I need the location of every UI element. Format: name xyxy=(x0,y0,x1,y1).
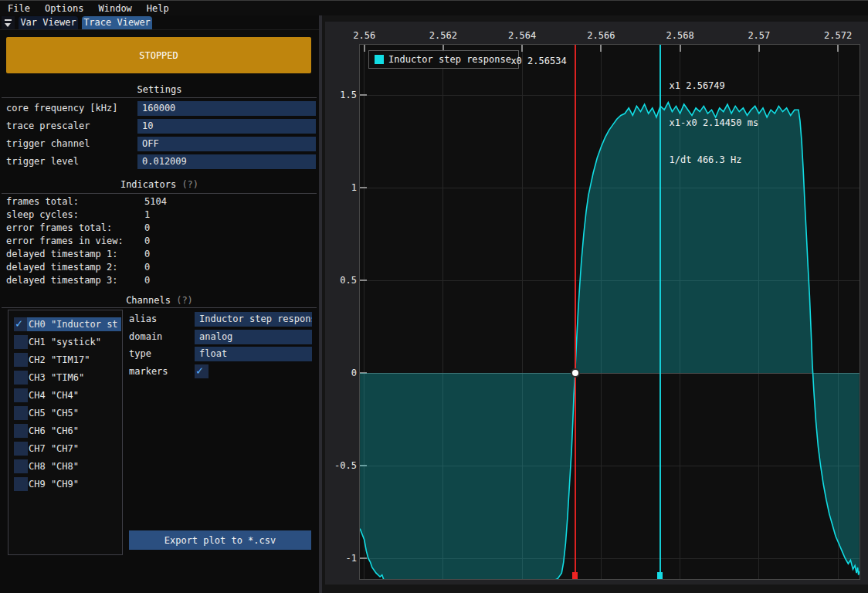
menu-bar: File Options Window Help xyxy=(0,0,868,15)
settings-header: Settings xyxy=(0,85,319,95)
indicator-value: 0 xyxy=(144,276,150,286)
marker-freq-label: 1/dt 466.3 Hz xyxy=(670,154,759,166)
setting-label-trace-prescaler: trace prescaler xyxy=(6,119,90,134)
marker-delta-label: x1-x0 2.14450 ms xyxy=(670,117,759,129)
domain-input[interactable]: analog xyxy=(195,330,312,344)
y-tick-label: 0 xyxy=(325,368,357,378)
plot-panel: 2.562.5622.5642.5662.5682.572.572 1.510.… xyxy=(322,15,868,593)
channel-row: CH1 "systick" xyxy=(8,335,122,349)
separator xyxy=(2,193,317,194)
marker-x1-labels: x1 2.56749 x1-x0 2.14450 ms 1/dt 466.3 H… xyxy=(670,55,759,191)
waveform xyxy=(360,45,860,579)
x-tick-label: 2.57 xyxy=(748,30,770,41)
trigger-level-input[interactable]: 0.012009 xyxy=(137,154,316,169)
marker-x1-line-handle[interactable] xyxy=(657,572,663,579)
setting-label-trigger-channel: trigger channel xyxy=(6,137,90,151)
indicator-label: delayed timestamp 2: xyxy=(6,263,118,273)
channel-label[interactable]: CH7 "CH7" xyxy=(29,442,121,456)
channel-checkbox[interactable] xyxy=(14,424,28,438)
channel-row: CH5 "CH5" xyxy=(8,406,122,420)
tab-var-viewer[interactable]: Var Viewer xyxy=(19,16,78,29)
channel-label[interactable]: CH5 "CH5" xyxy=(29,406,121,420)
menu-options[interactable]: Options xyxy=(45,3,84,14)
markers-checkbox[interactable] xyxy=(195,364,209,378)
channel-label[interactable]: CH8 "CH8" xyxy=(29,459,121,473)
channel-checkbox[interactable] xyxy=(14,477,28,491)
channel-checkbox[interactable] xyxy=(14,335,28,349)
channels-help-icon[interactable]: (?) xyxy=(176,295,193,306)
chevron-down-icon xyxy=(5,19,12,21)
channel-row: CH9 "CH9" xyxy=(8,477,122,491)
channel-label[interactable]: CH2 "TIM17" xyxy=(29,353,121,367)
menu-window[interactable]: Window xyxy=(98,3,131,14)
app-window: File Options Window Help Var Viewer Trac… xyxy=(0,0,868,593)
channel-label[interactable]: CH0 "Inductor st xyxy=(27,317,121,331)
channel-row: CH3 "TIM6" xyxy=(8,371,122,385)
indicators-help-icon[interactable]: (?) xyxy=(181,179,198,190)
domain-label: domain xyxy=(129,330,162,344)
menu-file[interactable]: File xyxy=(8,3,30,14)
channel-row: CH2 "TIM17" xyxy=(8,353,122,367)
x-tick-label: 2.564 xyxy=(508,30,536,41)
plot-area[interactable]: Inductor step response xyxy=(360,45,860,579)
indicator-label: frames total: xyxy=(6,197,79,207)
plot-child-window: 2.562.5622.5642.5662.5682.572.572 1.510.… xyxy=(325,22,868,585)
trigger-channel-select[interactable]: OFF xyxy=(137,137,316,151)
separator xyxy=(2,307,317,308)
channel-checkbox[interactable] xyxy=(14,388,28,402)
y-tick-label: -1 xyxy=(325,553,357,564)
left-panel: Var Viewer Trace Viewer STOPPED Settings… xyxy=(0,15,319,593)
indicator-value: 1 xyxy=(144,210,150,220)
channel-label[interactable]: CH1 "systick" xyxy=(29,335,121,349)
menu-help[interactable]: Help xyxy=(147,3,169,14)
legend-swatch-icon xyxy=(375,55,384,64)
type-input[interactable]: float xyxy=(195,347,312,361)
export-csv-button[interactable]: Export plot to *.csv xyxy=(129,530,311,550)
channels-header: Channels (?) xyxy=(0,296,319,306)
channel-label[interactable]: CH9 "CH9" xyxy=(29,477,121,491)
channel-row: CH7 "CH7" xyxy=(8,442,122,456)
tab-list-button[interactable] xyxy=(2,16,15,29)
core-frequency-input[interactable]: 160000 xyxy=(137,101,316,116)
channel-checkbox[interactable] xyxy=(14,371,28,385)
indicator-value: 0 xyxy=(144,263,150,273)
indicator-value: 5104 xyxy=(144,197,167,207)
trace-prescaler-input[interactable]: 10 xyxy=(137,119,316,134)
indicator-label: error frames in view: xyxy=(6,236,124,246)
marker-x0-line-handle[interactable] xyxy=(572,572,578,579)
setting-label-core-frequency: core frequency [kHz] xyxy=(6,101,118,116)
channel-row: CH6 "CH6" xyxy=(8,424,122,438)
markers-label: markers xyxy=(129,364,168,379)
channel-label[interactable]: CH6 "CH6" xyxy=(29,424,121,438)
alias-input[interactable]: Inductor step respons xyxy=(195,312,312,327)
channel-checkbox[interactable] xyxy=(14,353,28,367)
marker-x0-line[interactable] xyxy=(575,45,576,579)
indicator-value: 0 xyxy=(144,236,150,246)
channel-row: CH8 "CH8" xyxy=(8,459,122,473)
channel-checkbox[interactable] xyxy=(14,406,28,420)
waveform-fill xyxy=(360,103,860,579)
x-tick-label: 2.56 xyxy=(353,30,375,41)
marker-point xyxy=(572,370,578,376)
channel-checkbox[interactable] xyxy=(14,442,28,456)
channel-row: CH0 "Inductor st xyxy=(8,317,122,331)
indicator-label: delayed timestamp 3: xyxy=(6,276,118,286)
channel-label[interactable]: CH3 "TIM6" xyxy=(29,371,121,385)
indicators-header: Indicators (?) xyxy=(0,180,319,190)
x-tick-label: 2.562 xyxy=(429,30,457,41)
marker-x1-line[interactable] xyxy=(659,45,661,579)
indicator-label: error frames total: xyxy=(6,223,112,233)
indicator-label: sleep cycles: xyxy=(6,210,79,220)
channel-checkbox[interactable] xyxy=(14,459,28,473)
marker-x0-label: x0 2.56534 xyxy=(451,55,567,67)
marker-x1-label: x1 2.56749 xyxy=(670,80,759,92)
stopped-button[interactable]: STOPPED xyxy=(6,37,311,73)
y-tick-label: 1.5 xyxy=(325,90,357,100)
indicator-value: 0 xyxy=(144,223,150,233)
channel-row: CH4 "CH4" xyxy=(8,388,122,402)
channel-label[interactable]: CH4 "CH4" xyxy=(29,388,121,402)
channel-listbox: CH0 "Inductor st CH1 "systick" CH2 "TIM1… xyxy=(8,310,123,555)
channel-checkbox[interactable] xyxy=(14,317,28,331)
x-tick-label: 2.568 xyxy=(666,30,694,41)
tab-trace-viewer[interactable]: Trace Viewer xyxy=(82,16,152,29)
